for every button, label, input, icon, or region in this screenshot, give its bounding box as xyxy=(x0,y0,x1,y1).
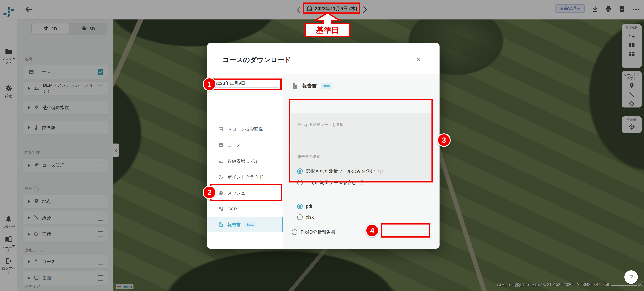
help-button[interactable]: ? xyxy=(624,270,638,284)
radio-label: xlsx xyxy=(306,214,314,220)
modal-menu-label: 数値表層モデル xyxy=(228,158,258,164)
report-header-label: 報告書 xyxy=(302,83,316,89)
radio-label: Pix4D分析報告書 xyxy=(301,229,336,235)
radio-label: pdf xyxy=(306,204,312,209)
annotation-step-2: 2 xyxy=(203,186,216,199)
beta-badge: Beta xyxy=(321,83,332,89)
modal-menu-gcp[interactable]: GCP xyxy=(218,205,237,213)
close-icon[interactable]: ✕ xyxy=(416,56,421,63)
beta-badge: Beta xyxy=(244,222,256,227)
annotation-callout-label: 基準日 xyxy=(305,24,350,36)
point-cloud-icon xyxy=(218,174,224,180)
annotation-box-1 xyxy=(210,79,282,90)
document-icon xyxy=(292,83,298,89)
app-window: 現場比較 ツールを追加する 穴移動 GRS80 中部(EPSG 5186) X:… xyxy=(0,0,644,291)
modal-menu-drone-images[interactable]: ドローン撮影画像 xyxy=(218,125,263,134)
modal-menu-label: ドローン撮影画像 xyxy=(228,126,263,132)
modal-menu-dsm[interactable]: 数値表層モデル xyxy=(218,157,258,165)
report-header-row: 報告書 Beta xyxy=(292,83,332,89)
modal-menu-label: コース xyxy=(228,142,241,148)
annotation-box-2 xyxy=(210,184,282,201)
annotation-step-4: 4 xyxy=(366,224,379,237)
modal-menu-label: GCP xyxy=(228,206,237,211)
modal-menu-pointcloud[interactable]: ポイントクラウド xyxy=(218,173,264,181)
modal-menu-report[interactable]: 報告書 Beta xyxy=(218,220,256,229)
modal-sidebar: 2023年11月9日 ドローン撮影画像 コース 数値表層モデル ポイントクラウド… xyxy=(207,74,283,249)
image-icon xyxy=(218,126,224,132)
annotation-box-4 xyxy=(381,223,430,237)
radio-row-xlsx[interactable]: xlsx xyxy=(297,214,314,220)
gcp-grid-icon xyxy=(218,206,224,212)
radio-row-pdf[interactable]: pdf xyxy=(297,204,312,209)
annotation-box-3 xyxy=(289,99,433,182)
image-icon xyxy=(218,142,224,148)
annotation-step-1: 1 xyxy=(203,78,216,91)
mountains-icon xyxy=(218,159,224,164)
modal-menu-label: ポイントクラウド xyxy=(228,174,264,180)
annotation-step-3: 3 xyxy=(437,133,451,147)
radio-unselected-icon[interactable] xyxy=(297,214,303,220)
modal-menu-label: 報告書 xyxy=(228,222,240,228)
modal-title: コースのダウンロード xyxy=(222,55,291,65)
radio-row-pix4d[interactable]: Pix4D分析報告書 xyxy=(292,229,336,235)
radio-selected-icon[interactable] xyxy=(297,204,303,209)
document-icon xyxy=(218,222,224,227)
radio-unselected-icon[interactable] xyxy=(292,229,298,235)
modal-menu-course[interactable]: コース xyxy=(218,141,241,150)
